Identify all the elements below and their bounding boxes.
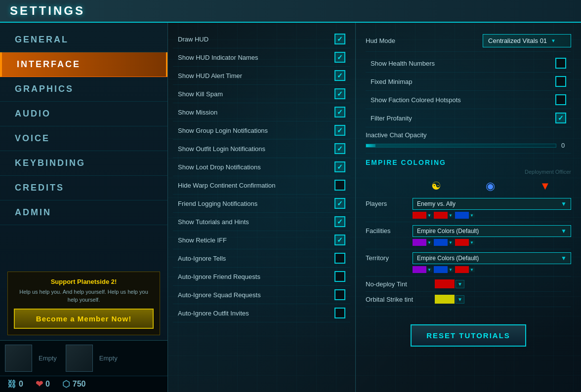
dropdown-arrow-icon: ▼	[551, 38, 556, 43]
settings-left-column: Draw HUD Show HUD Indicator Names Show H…	[168, 23, 356, 392]
facilities-swatches: ▼ ▼ ▼	[413, 239, 571, 246]
orbital-tint-row: Orbital Strike tint ▼	[366, 292, 571, 307]
auto-ignore-friends-checkbox[interactable]	[334, 271, 345, 282]
sidebar-item-audio[interactable]: AUDIO	[0, 102, 167, 126]
no-deploy-color	[435, 279, 455, 288]
friend-logging-checkbox[interactable]	[334, 198, 345, 209]
currency-1-value: 0	[19, 380, 23, 389]
sidebar-item-voice[interactable]: VOICE	[0, 126, 167, 151]
orbital-tint-arrow[interactable]: ▼	[456, 295, 464, 304]
sidebar-item-credits[interactable]: CREDITS	[0, 176, 167, 200]
auto-ignore-squad-checkbox[interactable]	[334, 289, 345, 300]
filter-profanity-checkbox[interactable]	[555, 113, 566, 123]
auto-ignore-outfit-checkbox[interactable]	[334, 308, 345, 318]
players-color-2	[434, 212, 448, 219]
facilities-swatch-3-arrow[interactable]: ▼	[469, 240, 475, 245]
setting-draw-hud: Draw HUD	[173, 30, 350, 48]
vanu-icon: ☯	[431, 180, 441, 193]
status-bar: ⛓ 0 ❤ 0 ⬡ 750	[0, 376, 167, 392]
tutorials-checkbox[interactable]	[334, 216, 345, 227]
hud-alert-checkbox[interactable]	[334, 70, 345, 81]
territory-color-1	[413, 266, 426, 273]
setting-kill-spam: Show Kill Spam	[173, 85, 350, 103]
no-deploy-tint-swatch: ▼	[435, 279, 464, 288]
faction-hotspots-checkbox[interactable]	[555, 94, 566, 105]
setting-warp: Hide Warp Continent Confirmation	[173, 176, 350, 195]
facilities-dropdown[interactable]: Empire Colors (Default) ▼	[413, 225, 571, 237]
territory-controls: Empire Colors (Default) ▼ ▼ ▼	[413, 252, 571, 273]
players-dropdown[interactable]: Enemy vs. Ally ▼	[413, 198, 571, 210]
hud-mode-row: Hud Mode Centralized Vitals 01 ▼	[366, 30, 571, 52]
facilities-swatch-1-arrow[interactable]: ▼	[426, 240, 432, 245]
opacity-label: Inactive Chat Opacity	[366, 131, 571, 139]
inventory-bar: Empty Empty	[0, 340, 167, 376]
players-swatch-1[interactable]: ▼	[413, 212, 432, 219]
support-title: Support Planetside 2!	[14, 278, 154, 285]
players-swatches: ▼ ▼ ▼	[413, 212, 571, 219]
draw-hud-checkbox[interactable]	[334, 34, 345, 44]
setting-health-numbers: Show Health Numbers	[366, 54, 571, 73]
page-title: SETTINGS	[10, 4, 85, 17]
no-deploy-tint-row: No-deploy Tint ▼	[366, 276, 571, 292]
players-empire-row: Players Enemy vs. Ally ▼ ▼	[366, 195, 571, 222]
sidebar-item-admin[interactable]: ADMIN	[0, 200, 167, 225]
no-deploy-tint-arrow[interactable]: ▼	[456, 280, 464, 288]
reset-tutorials-button[interactable]: RESET TUTORIALS	[411, 324, 526, 347]
group-login-checkbox[interactable]	[334, 125, 345, 136]
fixed-minimap-checkbox[interactable]	[555, 76, 566, 87]
opacity-slider-fill	[366, 144, 375, 147]
territory-swatch-2-arrow[interactable]: ▼	[448, 268, 454, 272]
orbital-color	[435, 295, 455, 304]
facilities-label: Facilities	[366, 225, 408, 235]
players-swatch-2-arrow[interactable]: ▼	[448, 213, 454, 218]
territory-swatch-3-arrow[interactable]: ▼	[469, 268, 475, 272]
reticle-iff-checkbox[interactable]	[334, 235, 345, 245]
fixed-minimap-label: Fixed Minimap	[371, 78, 413, 85]
orbital-tint-label: Orbital Strike tint	[366, 296, 430, 303]
setting-outfit-login: Show Outfit Login Notifications	[173, 140, 350, 158]
sidebar-item-interface[interactable]: INTERFACE	[0, 52, 167, 77]
setting-auto-ignore-tells: Auto-Ignore Tells	[173, 249, 350, 268]
sidebar-item-keybinding[interactable]: KEYBINDING	[0, 151, 167, 176]
sidebar-item-general[interactable]: GENERAL	[0, 28, 167, 52]
become-member-button[interactable]: Become a Member Now!	[14, 309, 154, 329]
players-swatch-3-arrow[interactable]: ▼	[469, 213, 475, 218]
inventory-slot-2[interactable]	[66, 345, 93, 372]
hud-indicator-checkbox[interactable]	[334, 52, 345, 63]
warp-checkbox[interactable]	[334, 180, 345, 191]
setting-fixed-minimap: Fixed Minimap	[366, 73, 571, 91]
players-swatch-2[interactable]: ▼	[434, 212, 454, 219]
territory-dropdown[interactable]: Empire Colors (Default) ▼	[413, 252, 571, 264]
facilities-swatch-2-arrow[interactable]: ▼	[448, 240, 454, 245]
inventory-slot-1[interactable]	[5, 345, 32, 372]
inventory-slot-2-label: Empty	[99, 354, 118, 362]
territory-color-2	[434, 266, 448, 273]
outfit-login-checkbox[interactable]	[334, 143, 345, 154]
territory-swatch-1[interactable]: ▼	[413, 266, 432, 273]
facilities-swatch-3[interactable]: ▼	[455, 239, 475, 246]
health-numbers-checkbox[interactable]	[555, 58, 566, 69]
setting-group-login: Show Group Login Notifications	[173, 121, 350, 140]
territory-swatch-2[interactable]: ▼	[434, 266, 454, 273]
nc-icon-cell: ◉	[464, 180, 516, 193]
facilities-swatch-2[interactable]: ▼	[434, 239, 454, 246]
auto-ignore-tells-checkbox[interactable]	[334, 253, 345, 264]
currency-1-icon: ⛓	[7, 379, 16, 390]
health-numbers-label: Show Health Numbers	[371, 60, 435, 67]
hud-mode-dropdown[interactable]: Centralized Vitals 01 ▼	[483, 34, 571, 47]
faction-hotspots-label: Show Faction Colored Hotspots	[371, 96, 461, 104]
opacity-slider-track[interactable]	[366, 144, 556, 148]
players-dropdown-arrow: ▼	[561, 200, 567, 207]
mission-checkbox[interactable]	[334, 107, 345, 118]
currency-2-value: 0	[45, 380, 50, 389]
facilities-swatch-1[interactable]: ▼	[413, 239, 432, 246]
sidebar-item-graphics[interactable]: GRAPHICS	[0, 77, 167, 102]
territory-swatch-1-arrow[interactable]: ▼	[426, 268, 432, 272]
territory-swatch-3[interactable]: ▼	[455, 266, 475, 273]
setting-reticle-iff: Show Reticle IFF	[173, 231, 350, 249]
loot-drop-checkbox[interactable]	[334, 161, 345, 172]
players-swatch-1-arrow[interactable]: ▼	[426, 213, 432, 218]
setting-mission: Show Mission	[173, 103, 350, 121]
players-swatch-3[interactable]: ▼	[455, 212, 475, 219]
kill-spam-checkbox[interactable]	[334, 88, 345, 99]
